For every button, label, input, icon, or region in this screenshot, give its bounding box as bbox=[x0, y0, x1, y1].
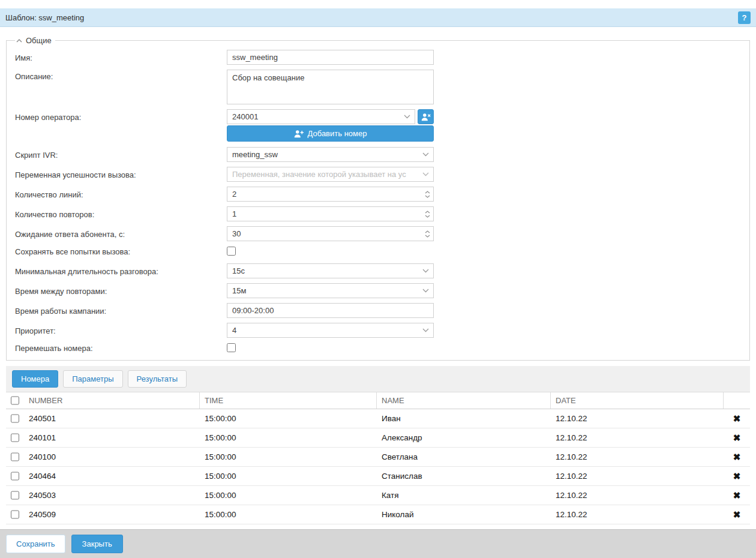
cell-time: 15:00:00 bbox=[200, 452, 377, 461]
close-button[interactable]: Закрыть bbox=[71, 535, 123, 553]
table-row[interactable]: 240100 15:00:00 Светлана 12.10.22 ✖ bbox=[6, 448, 750, 467]
delete-row-icon[interactable]: ✖ bbox=[724, 471, 750, 482]
retry-interval-row: Время между повторами: 15м bbox=[15, 283, 741, 298]
retry-interval-label: Время между повторами: bbox=[15, 286, 227, 296]
cell-number: 240100 bbox=[24, 452, 200, 461]
delete-row-icon[interactable]: ✖ bbox=[724, 452, 750, 463]
table-row[interactable]: 240509 15:00:00 Николай 12.10.22 ✖ bbox=[6, 505, 750, 524]
priority-row: Приоритет: 4 bbox=[15, 323, 741, 338]
general-legend-label: Общие bbox=[26, 36, 52, 45]
column-header-name[interactable]: NAME bbox=[377, 392, 551, 409]
description-label: Описание: bbox=[15, 70, 227, 81]
delete-row-icon[interactable]: ✖ bbox=[724, 509, 750, 520]
cell-name: Николай bbox=[377, 510, 551, 519]
line-count-label: Количество линий: bbox=[15, 189, 227, 199]
column-header-number[interactable]: NUMBER bbox=[24, 392, 200, 409]
tab-results[interactable]: Результаты bbox=[128, 370, 187, 388]
column-header-date[interactable]: DATE bbox=[551, 392, 724, 409]
repeat-count-input[interactable] bbox=[227, 207, 421, 221]
answer-timeout-stepper bbox=[227, 226, 434, 241]
cell-time: 15:00:00 bbox=[200, 414, 377, 423]
row-checkbox[interactable] bbox=[11, 491, 19, 500]
priority-label: Приоритет: bbox=[15, 325, 227, 335]
shuffle-label: Перемешать номера: bbox=[15, 343, 227, 353]
operator-number-label: Номер оператора: bbox=[15, 112, 227, 122]
spinner-arrows-icon[interactable] bbox=[421, 207, 433, 221]
tab-params[interactable]: Параметры bbox=[63, 370, 122, 388]
person-remove-icon bbox=[421, 113, 431, 121]
shuffle-checkbox[interactable] bbox=[227, 343, 236, 352]
save-attempts-row: Сохранять все попытки вызова: bbox=[15, 246, 741, 256]
collapse-icon bbox=[16, 38, 22, 43]
add-number-button[interactable]: Добавить номер bbox=[227, 125, 434, 142]
delete-row-icon[interactable]: ✖ bbox=[724, 433, 750, 443]
operator-number-combo[interactable]: 240001 bbox=[227, 109, 415, 124]
window-title: Шаблон: ssw_meeting bbox=[5, 13, 84, 22]
table-row[interactable]: 240101 15:00:00 Александр 12.10.22 ✖ bbox=[6, 428, 750, 448]
chevron-down-icon bbox=[404, 115, 410, 119]
tab-numbers[interactable]: Номера bbox=[12, 370, 58, 388]
min-duration-select[interactable]: 15с bbox=[227, 263, 434, 278]
description-input[interactable]: Сбор на совещание bbox=[227, 70, 434, 104]
chevron-down-icon bbox=[422, 152, 429, 157]
retry-interval-value: 15м bbox=[232, 286, 422, 295]
delete-row-icon[interactable]: ✖ bbox=[724, 413, 750, 424]
retry-interval-select[interactable]: 15м bbox=[227, 283, 434, 298]
save-attempts-label: Сохранять все попытки вызова: bbox=[15, 246, 227, 256]
delete-row-icon[interactable]: ✖ bbox=[724, 490, 750, 501]
table-row[interactable]: 240464 15:00:00 Станислав 12.10.22 ✖ bbox=[6, 467, 750, 486]
name-input[interactable] bbox=[227, 50, 434, 65]
cell-time: 15:00:00 bbox=[200, 510, 377, 519]
table-row[interactable]: 240501 15:00:00 Иван 12.10.22 ✖ bbox=[6, 409, 750, 428]
work-time-label: Время работы кампании: bbox=[15, 305, 227, 316]
cell-name: Станислав bbox=[377, 472, 551, 481]
add-number-label: Добавить номер bbox=[308, 129, 367, 138]
cell-date: 12.10.22 bbox=[551, 510, 724, 519]
cell-number: 240464 bbox=[24, 472, 200, 481]
content-spacer bbox=[0, 524, 756, 529]
name-row: Имя: bbox=[15, 50, 741, 65]
cell-date: 12.10.22 bbox=[551, 472, 724, 481]
repeat-count-stepper bbox=[227, 206, 434, 221]
row-checkbox[interactable] bbox=[11, 452, 19, 461]
ivr-script-label: Скрипт IVR: bbox=[15, 149, 227, 160]
row-checkbox[interactable] bbox=[11, 433, 19, 442]
remove-operator-button[interactable] bbox=[418, 109, 434, 124]
cell-number: 240501 bbox=[24, 414, 200, 423]
work-time-row: Время работы кампании: bbox=[15, 303, 741, 318]
cell-name: Александр bbox=[377, 433, 551, 442]
success-variable-select[interactable]: Переменная, значение которой указывает н… bbox=[227, 167, 434, 182]
template-window: Шаблон: ssw_meeting ? Общие Имя: Описани… bbox=[0, 0, 756, 558]
general-legend[interactable]: Общие bbox=[15, 36, 55, 45]
save-attempts-checkbox[interactable] bbox=[227, 247, 236, 256]
chevron-down-icon bbox=[422, 328, 429, 332]
row-checkbox[interactable] bbox=[11, 414, 19, 423]
ivr-script-select[interactable]: meeting_ssw bbox=[227, 147, 434, 162]
spinner-arrows-icon[interactable] bbox=[421, 227, 433, 241]
grid-header: NUMBER TIME NAME DATE bbox=[6, 392, 750, 409]
description-row: Описание: Сбор на совещание bbox=[15, 70, 741, 104]
line-count-input[interactable] bbox=[227, 187, 421, 201]
answer-timeout-row: Ожидание ответа абонента, с: bbox=[15, 226, 741, 241]
repeat-count-label: Количество повторов: bbox=[15, 209, 227, 219]
operator-number-row: Номер оператора: 240001 bbox=[15, 109, 741, 124]
line-count-stepper bbox=[227, 187, 434, 202]
row-checkbox[interactable] bbox=[11, 510, 19, 519]
answer-timeout-input[interactable] bbox=[227, 227, 421, 241]
work-time-input[interactable] bbox=[227, 303, 434, 318]
ivr-script-value: meeting_ssw bbox=[232, 150, 422, 159]
table-row[interactable]: 240503 15:00:00 Катя 12.10.22 ✖ bbox=[6, 486, 750, 505]
column-header-time[interactable]: TIME bbox=[200, 392, 377, 409]
cell-date: 12.10.22 bbox=[551, 491, 724, 500]
row-checkbox[interactable] bbox=[11, 472, 19, 481]
priority-select[interactable]: 4 bbox=[227, 323, 434, 338]
line-count-row: Количество линий: bbox=[15, 187, 741, 202]
min-duration-row: Минимальная длительность разговора: 15с bbox=[15, 263, 741, 278]
success-variable-placeholder: Переменная, значение которой указывает н… bbox=[232, 170, 422, 179]
save-button[interactable]: Сохранить bbox=[6, 535, 65, 553]
help-button[interactable]: ? bbox=[738, 11, 751, 24]
cell-number: 240503 bbox=[24, 491, 200, 500]
spinner-arrows-icon[interactable] bbox=[421, 187, 433, 201]
footer-toolbar: Сохранить Закрыть bbox=[0, 529, 756, 558]
select-all-checkbox[interactable] bbox=[11, 396, 19, 405]
